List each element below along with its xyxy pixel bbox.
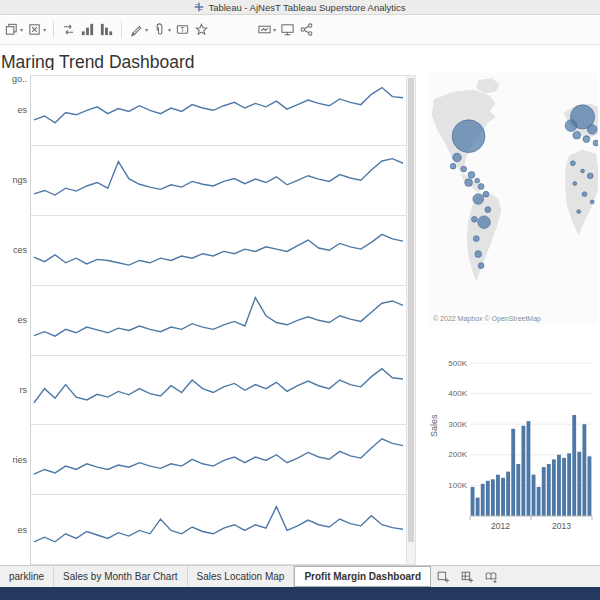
tableau-logo-icon — [194, 2, 204, 12]
map-bubble[interactable] — [478, 216, 491, 229]
toolbar-divider — [53, 21, 54, 38]
map-bubble[interactable] — [581, 169, 585, 173]
duplicate-sheet-button[interactable]: ▾ — [2, 19, 25, 40]
clear-sheet-button[interactable]: ▾ — [25, 19, 48, 40]
sparkline-panel: Maring Trend Dashboard go.. esngscesesrs… — [0, 45, 424, 565]
map-bubble[interactable] — [565, 120, 577, 132]
map-bubble[interactable] — [468, 171, 475, 178]
sparkline-row[interactable] — [31, 495, 406, 565]
share-icon — [299, 22, 314, 37]
sales-bar[interactable] — [588, 456, 592, 516]
show-mark-labels-icon: T — [175, 22, 190, 37]
map-bubble[interactable] — [473, 236, 479, 242]
fix-axes-button[interactable] — [192, 19, 211, 40]
vertical-scrollbar[interactable] — [406, 75, 416, 565]
new-story-button[interactable] — [479, 566, 503, 587]
map-bubble[interactable] — [478, 263, 484, 269]
sales-bar[interactable] — [557, 455, 561, 516]
highlight-button[interactable]: ▾ — [127, 19, 150, 40]
row-label-column: go.. esngscesesrsrieses — [0, 75, 30, 565]
map-attribution: © 2022 Mapbox © OpenStreetMap — [431, 315, 543, 322]
map-bubble[interactable] — [582, 192, 587, 197]
sparkline-row[interactable] — [31, 286, 406, 356]
map-bubble[interactable] — [475, 251, 482, 258]
scrollbar-thumb[interactable] — [408, 78, 414, 541]
map-bubble[interactable] — [485, 207, 491, 213]
sales-bar[interactable] — [496, 475, 500, 516]
sales-bar[interactable] — [521, 426, 525, 516]
share-button[interactable] — [297, 19, 316, 40]
sales-bar[interactable] — [516, 464, 520, 516]
sales-bar[interactable] — [547, 464, 551, 516]
sparkline-row[interactable] — [31, 425, 406, 495]
sales-bar[interactable] — [486, 481, 490, 516]
map-bubble[interactable] — [471, 216, 477, 222]
sales-bar[interactable] — [567, 453, 571, 516]
sales-bar[interactable] — [552, 459, 556, 516]
swap-rows-columns-icon — [61, 22, 76, 37]
highlight-icon — [129, 22, 144, 37]
group-members-button[interactable]: ▾ — [150, 19, 173, 40]
map-bubble[interactable] — [450, 163, 456, 169]
world-map[interactable] — [428, 73, 598, 325]
sales-bar[interactable] — [506, 472, 510, 516]
map-bubble[interactable] — [587, 125, 597, 135]
sort-ascending-icon — [80, 22, 95, 37]
map-bubble[interactable] — [483, 191, 489, 197]
clear-sheet-icon — [27, 22, 42, 37]
sales-bar[interactable] — [577, 452, 581, 516]
presentation-mode-button[interactable] — [278, 19, 297, 40]
sales-bar[interactable] — [532, 475, 536, 516]
sales-bar-chart[interactable]: 100K200K300K400K500K20122013 — [440, 337, 598, 542]
sales-bar[interactable] — [501, 478, 505, 516]
new-worksheet-button[interactable] — [431, 566, 455, 587]
new-dashboard-icon — [460, 570, 474, 584]
swap-rows-columns-button[interactable] — [59, 19, 78, 40]
sales-bar[interactable] — [582, 424, 586, 516]
sales-bar[interactable] — [481, 484, 485, 516]
subcategory-label: rs — [0, 355, 30, 425]
show-mark-labels-button[interactable]: T — [173, 19, 192, 40]
toolbar: ▾▾▾▾T▾ — [0, 15, 600, 45]
map-bubble[interactable] — [475, 178, 480, 183]
tab-parkline[interactable]: parkline — [0, 566, 54, 587]
map-bubble[interactable] — [453, 153, 462, 162]
map-bubble[interactable] — [461, 166, 467, 172]
map-bubble[interactable] — [573, 131, 581, 139]
map-bubble[interactable] — [573, 182, 577, 186]
map-bubble[interactable] — [590, 200, 594, 204]
dashboard-title: Maring Trend Dashboard — [1, 52, 424, 70]
map-bubble[interactable] — [473, 194, 484, 205]
map-bubble[interactable] — [577, 210, 581, 214]
map-bubble[interactable] — [452, 120, 485, 153]
sort-descending-button[interactable] — [97, 19, 116, 40]
new-dashboard-button[interactable] — [455, 566, 479, 587]
tab-profit-margin-dashboard[interactable]: Profit Margin Dashboard — [294, 566, 431, 587]
map-bubble[interactable] — [593, 140, 598, 146]
sales-location-map[interactable]: © 2022 Mapbox © OpenStreetMap — [428, 73, 598, 325]
sales-bar[interactable] — [511, 429, 515, 516]
sales-bar[interactable] — [542, 467, 546, 516]
tab-sales-location-map[interactable]: Sales Location Map — [188, 566, 295, 587]
y-tick-label: 300K — [448, 420, 467, 429]
sales-bar[interactable] — [562, 458, 566, 516]
sales-bar[interactable] — [572, 415, 576, 516]
sales-bar[interactable] — [476, 498, 480, 516]
sparkline-row[interactable] — [31, 216, 406, 286]
map-bubble[interactable] — [570, 161, 575, 166]
map-bubble[interactable] — [583, 136, 590, 143]
sales-bar[interactable] — [527, 421, 531, 516]
sparkline-row[interactable] — [31, 356, 406, 426]
map-bubble[interactable] — [478, 184, 484, 190]
sparkline-row[interactable] — [31, 146, 406, 216]
fit-selector-button[interactable]: ▾ — [255, 19, 278, 40]
map-bubble[interactable] — [465, 179, 473, 187]
sales-bar[interactable] — [471, 487, 475, 516]
sparkline-row[interactable] — [31, 76, 406, 146]
sort-ascending-button[interactable] — [78, 19, 97, 40]
fix-axes-icon — [194, 22, 209, 37]
tab-sales-by-month-bar-chart[interactable]: Sales by Month Bar Chart — [54, 566, 188, 587]
map-bubble[interactable] — [587, 173, 593, 179]
sales-bar[interactable] — [537, 487, 541, 516]
sales-bar[interactable] — [491, 479, 495, 516]
